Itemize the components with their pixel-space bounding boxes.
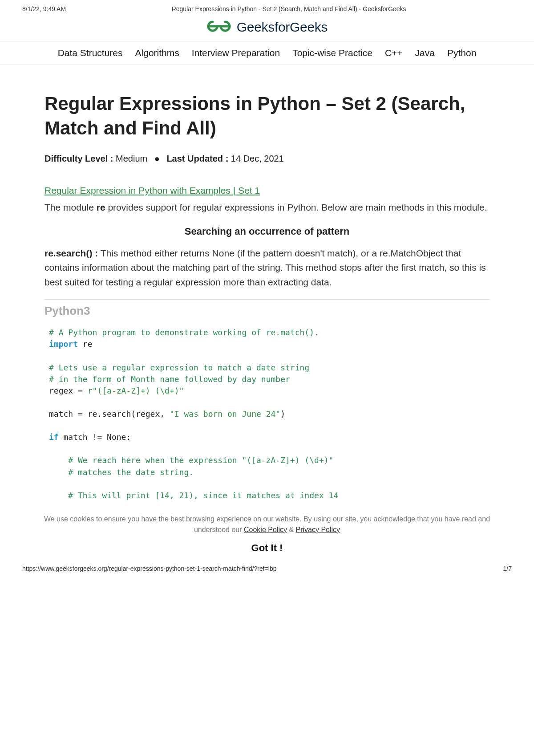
logo-text: GeeksforGeeks bbox=[237, 20, 328, 35]
site-logo[interactable]: GeeksforGeeks bbox=[0, 15, 534, 41]
print-page: 1/7 bbox=[503, 565, 512, 572]
updated-label: Last Updated : bbox=[166, 154, 228, 163]
logo-icon bbox=[206, 20, 231, 35]
print-header: 8/1/22, 9:49 AM Regular Expressions in P… bbox=[0, 0, 534, 15]
print-timestamp: 8/1/22, 9:49 AM bbox=[22, 5, 66, 12]
intro-paragraph: The module re provides support for regul… bbox=[44, 200, 490, 215]
nav-item[interactable]: C++ bbox=[385, 48, 403, 58]
code-lang-label: Python3 bbox=[44, 304, 490, 318]
nav-item[interactable]: Data Structures bbox=[58, 48, 123, 58]
article-meta: Difficulty Level : Medium ● Last Updated… bbox=[44, 154, 490, 164]
cookie-banner: We use cookies to ensure you have the be… bbox=[0, 503, 534, 538]
nav-item[interactable]: Java bbox=[415, 48, 435, 58]
print-url: https://www.geeksforgeeks.org/regular-ex… bbox=[22, 565, 277, 572]
cookie-accept-button[interactable]: Got It ! bbox=[0, 538, 534, 560]
updated-value: 14 Dec, 2021 bbox=[228, 154, 284, 163]
print-footer: https://www.geeksforgeeks.org/regular-ex… bbox=[0, 560, 534, 579]
divider bbox=[44, 299, 490, 300]
search-paragraph: re.search() : This method either returns… bbox=[44, 246, 490, 290]
section-subhead: Searching an occurrence of pattern bbox=[44, 226, 490, 237]
nav-item[interactable]: Python bbox=[447, 48, 476, 58]
page-title: Regular Expressions in Python – Set 2 (S… bbox=[44, 92, 490, 140]
meta-separator: ● bbox=[154, 154, 160, 163]
privacy-policy-link[interactable]: Privacy Policy bbox=[296, 526, 340, 533]
code-block: # A Python program to demonstrate workin… bbox=[44, 325, 490, 503]
nav-item[interactable]: Interview Preparation bbox=[192, 48, 280, 58]
difficulty-value: Medium bbox=[113, 154, 147, 163]
difficulty-label: Difficulty Level : bbox=[44, 154, 113, 163]
prev-set-link[interactable]: Regular Expression in Python with Exampl… bbox=[44, 185, 260, 195]
print-title: Regular Expressions in Python - Set 2 (S… bbox=[66, 5, 512, 12]
cookie-policy-link[interactable]: Cookie Policy bbox=[244, 526, 287, 533]
nav-item[interactable]: Algorithms bbox=[135, 48, 179, 58]
main-nav: Data Structures Algorithms Interview Pre… bbox=[0, 41, 534, 65]
nav-item[interactable]: Topic-wise Practice bbox=[292, 48, 372, 58]
